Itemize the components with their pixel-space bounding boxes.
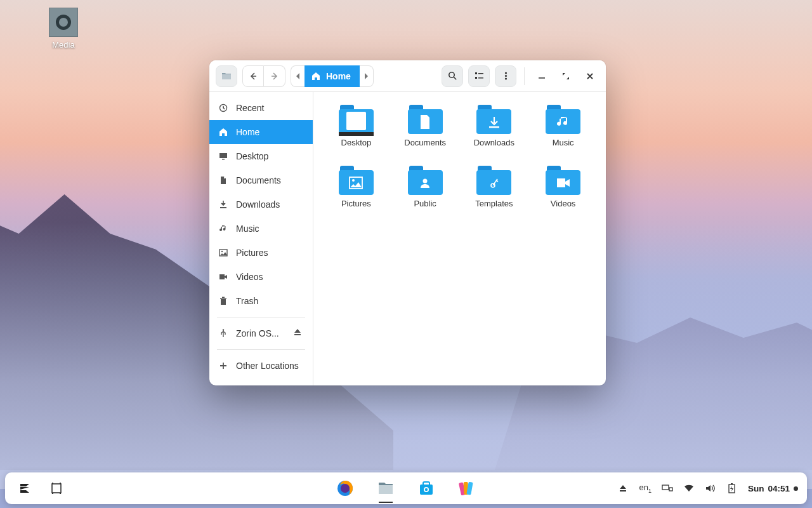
folder-label: Downloads bbox=[474, 138, 514, 147]
volume-icon bbox=[705, 484, 716, 493]
nav-group bbox=[242, 65, 285, 87]
download-icon bbox=[218, 199, 228, 210]
workspaces-button[interactable] bbox=[46, 478, 67, 499]
clock-day: Sun bbox=[748, 484, 764, 493]
path-chip-label: Home bbox=[326, 71, 351, 81]
sidebar-item-label: Downloads bbox=[236, 199, 304, 210]
folder-label: Desktop bbox=[341, 138, 372, 147]
taskbar-files[interactable] bbox=[375, 478, 396, 499]
folder-public[interactable]: Public bbox=[391, 164, 459, 224]
new-window-button[interactable] bbox=[216, 65, 237, 87]
maximize-icon bbox=[561, 72, 570, 81]
desktop-icon-media[interactable]: Media bbox=[38, 8, 89, 50]
view-list-button[interactable] bbox=[468, 65, 490, 87]
sidebar-item-home[interactable]: Home bbox=[209, 120, 313, 144]
close-button[interactable] bbox=[580, 67, 599, 86]
sidebar-item-pictures[interactable]: Pictures bbox=[209, 241, 313, 265]
svg-rect-2 bbox=[475, 72, 477, 74]
minimize-icon bbox=[538, 72, 546, 80]
back-button[interactable] bbox=[242, 65, 264, 87]
forward-button[interactable] bbox=[264, 65, 285, 87]
minimize-button[interactable] bbox=[532, 67, 551, 86]
sidebar-separator bbox=[217, 317, 305, 318]
svg-rect-12 bbox=[222, 159, 225, 160]
svg-point-37 bbox=[425, 488, 428, 491]
sidebar-item-trash[interactable]: Trash bbox=[209, 289, 313, 313]
taskbar-appearance[interactable] bbox=[456, 478, 478, 499]
svg-rect-41 bbox=[662, 485, 669, 490]
folder-downloads[interactable]: Downloads bbox=[461, 104, 528, 163]
tray-network-wired[interactable] bbox=[662, 482, 673, 495]
tray-keyboard-layout[interactable]: en1 bbox=[639, 483, 651, 494]
path-prev-button[interactable] bbox=[291, 65, 304, 87]
folder-icon bbox=[546, 105, 580, 134]
taskbar: en1 Sun 04:51 bbox=[5, 472, 807, 504]
desktop-icon bbox=[218, 151, 228, 161]
svg-rect-9 bbox=[539, 77, 545, 79]
sidebar-item-zorin-os-[interactable]: Zorin OS... bbox=[209, 321, 313, 345]
svg-rect-17 bbox=[221, 299, 226, 305]
files-app-icon bbox=[377, 479, 395, 497]
arrow-right-icon bbox=[270, 72, 279, 81]
tray-eject[interactable] bbox=[617, 482, 629, 495]
sidebar-item-music[interactable]: Music bbox=[209, 217, 313, 241]
folder-templates[interactable]: Templates bbox=[461, 164, 528, 224]
svg-rect-44 bbox=[731, 483, 733, 485]
taskbar-software[interactable] bbox=[416, 478, 437, 499]
svg-point-15 bbox=[221, 251, 223, 252]
svg-rect-30 bbox=[52, 493, 53, 494]
shopping-bag-icon bbox=[417, 479, 435, 497]
tray-battery[interactable] bbox=[726, 482, 738, 495]
arrow-left-icon bbox=[249, 72, 258, 81]
sidebar-separator bbox=[217, 349, 305, 350]
sidebar-item-recent[interactable]: Recent bbox=[209, 96, 313, 120]
svg-rect-26 bbox=[557, 178, 565, 187]
folder-label: Music bbox=[553, 138, 574, 147]
wifi-icon bbox=[684, 484, 694, 493]
svg-rect-33 bbox=[379, 485, 393, 494]
folder-label: Public bbox=[414, 199, 436, 208]
search-button[interactable] bbox=[442, 65, 463, 87]
sidebar-item-label: Documents bbox=[236, 175, 304, 185]
folder-pictures[interactable]: Pictures bbox=[322, 164, 390, 224]
sidebar-item-videos[interactable]: Videos bbox=[209, 265, 313, 289]
folder-label: Documents bbox=[404, 138, 446, 147]
taskbar-firefox[interactable] bbox=[334, 478, 356, 499]
file-manager-window: Home RecentHomeDesktopDocumentsDownloads bbox=[209, 60, 606, 385]
svg-rect-19 bbox=[222, 297, 225, 298]
svg-rect-21 bbox=[489, 126, 499, 128]
sidebar-item-label: Trash bbox=[236, 296, 304, 306]
tray-wifi[interactable] bbox=[683, 482, 695, 495]
sidebar-item-downloads[interactable]: Downloads bbox=[209, 192, 313, 217]
hamburger-menu-button[interactable] bbox=[495, 65, 516, 87]
sidebar-item-label: Music bbox=[236, 224, 304, 234]
trash-icon bbox=[218, 296, 228, 306]
tray-volume[interactable] bbox=[705, 482, 716, 495]
maximize-button[interactable] bbox=[556, 67, 575, 86]
home-icon bbox=[218, 127, 228, 137]
music-icon bbox=[218, 224, 228, 234]
titlebar[interactable]: Home bbox=[209, 60, 606, 92]
sidebar-item-desktop[interactable]: Desktop bbox=[209, 144, 313, 168]
taskbar-clock[interactable]: Sun 04:51 bbox=[748, 484, 798, 493]
folder-label: Templates bbox=[475, 199, 513, 208]
workspaces-icon bbox=[51, 483, 62, 494]
svg-point-8 bbox=[504, 77, 506, 79]
titlebar-divider bbox=[524, 67, 525, 85]
folder-small-icon bbox=[221, 71, 232, 81]
folder-music[interactable]: Music bbox=[529, 104, 597, 163]
folder-videos[interactable]: Videos bbox=[529, 164, 597, 224]
sidebar-item-other-locations[interactable]: Other Locations bbox=[209, 354, 313, 378]
svg-rect-16 bbox=[219, 274, 225, 279]
path-next-button[interactable] bbox=[360, 65, 374, 87]
chevron-right-icon bbox=[363, 73, 369, 79]
path-chip-home[interactable]: Home bbox=[304, 65, 360, 87]
sidebar-item-documents[interactable]: Documents bbox=[209, 168, 313, 192]
folder-icon bbox=[476, 166, 511, 195]
sidebar-item-label: Desktop bbox=[236, 151, 304, 161]
eject-button[interactable] bbox=[294, 328, 304, 338]
folder-desktop[interactable]: Desktop bbox=[322, 104, 390, 163]
start-menu-button[interactable] bbox=[14, 478, 36, 499]
folder-icon bbox=[408, 166, 443, 195]
folder-documents[interactable]: Documents bbox=[391, 104, 459, 163]
